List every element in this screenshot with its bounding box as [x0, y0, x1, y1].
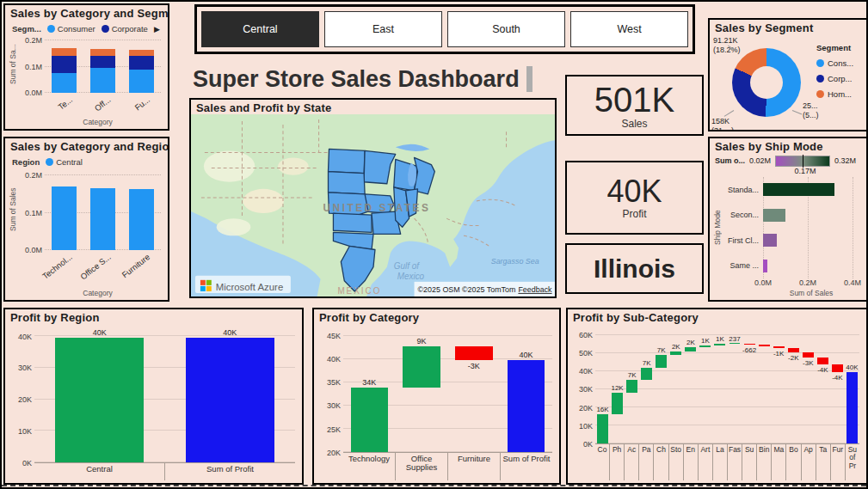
waterfall-bar[interactable] — [846, 372, 858, 443]
x-tick-label: 0.2M — [799, 278, 816, 287]
legend-item[interactable]: Cons... — [816, 58, 866, 68]
x-category-label: Fur — [830, 444, 845, 480]
us-map[interactable]: UNITED STATES Gulf of Mexico MEXICO Sarg… — [191, 114, 555, 296]
bar-slot: 1K — [698, 326, 712, 443]
bar-segment[interactable] — [52, 56, 77, 73]
waterfall-bar[interactable] — [788, 348, 799, 351]
bar-segment[interactable] — [52, 48, 77, 56]
panel-profit-by-category[interactable]: Profit by Category 20K25K30K35K40K45K34K… — [312, 308, 561, 485]
chart-main: Sum of Sales0.0M0.1M0.2M — [9, 169, 161, 250]
bar[interactable] — [90, 188, 115, 250]
dashboard-page: Sales by Category and Segment Segm...Con… — [0, 0, 868, 489]
waterfall-bar[interactable] — [759, 345, 770, 346]
y-tick-label: 0.2M — [25, 36, 42, 45]
legend-scroll-icon[interactable]: ▶ — [154, 25, 160, 34]
bar[interactable] — [763, 260, 767, 272]
y-tick-label: 0.2M — [25, 171, 42, 180]
legend-item[interactable]: Consumer — [47, 24, 95, 34]
x-category-label: Ap — [801, 444, 816, 480]
y-tick-label: 0.0M — [25, 89, 42, 97]
bar[interactable] — [52, 186, 77, 250]
chart-legend: Segm...ConsumerCorporate▶ — [9, 21, 161, 36]
y-axis-spacer — [571, 444, 595, 480]
bar-segment[interactable] — [90, 68, 115, 93]
x-category-label: Office Supplies — [395, 453, 447, 480]
legend-item[interactable]: Corporate — [102, 24, 148, 34]
bar[interactable] — [129, 189, 154, 250]
y-tick-label: 25K — [327, 425, 341, 434]
slicer-button-east[interactable]: East — [324, 11, 442, 47]
map-mexico-label: MEXICO — [337, 286, 381, 296]
plot-area[interactable]: 34K9K-3K40K — [343, 326, 552, 453]
plot-area[interactable] — [763, 177, 853, 278]
x-category-label: Central — [34, 463, 164, 480]
waterfall-bar[interactable] — [744, 344, 755, 345]
panel-sales-by-segment[interactable]: Sales by Segment 25...(5...)158K(31....)… — [708, 18, 868, 131]
plot-area[interactable] — [45, 169, 161, 250]
legend-dot-icon — [47, 25, 55, 33]
waterfall-bar[interactable] — [55, 338, 144, 462]
waterfall-bar[interactable] — [186, 338, 274, 462]
kpi-state-value: Illinois — [594, 255, 675, 283]
waterfall-bar[interactable] — [773, 346, 785, 348]
slicer-button-west[interactable]: West — [570, 11, 688, 47]
waterfall-bar[interactable] — [817, 358, 828, 364]
plot-area[interactable]: 16K12K7K7K7K2K2K1K1K237-662-1K-2K-3K-4K-… — [595, 326, 859, 444]
panel-sales-by-category-and-segment[interactable]: Sales by Category and Segment Segm...Con… — [3, 3, 169, 131]
y-tick-label: 0.1M — [25, 63, 42, 71]
waterfall-bar[interactable] — [714, 344, 725, 345]
chart-body: 0K10K20K30K40K50K60K16K12K7K7K7K2K2K1K1K… — [568, 324, 866, 483]
legend-item[interactable]: Hom... — [816, 89, 866, 99]
waterfall-bar[interactable] — [670, 351, 681, 355]
map-gulf-label-line1: Gulf of — [394, 261, 420, 271]
y-tick-label: 30K — [579, 385, 593, 394]
waterfall-bar[interactable] — [699, 345, 711, 347]
kpi-card-profit[interactable]: 40K Profit — [565, 161, 704, 235]
bar-segment[interactable] — [52, 73, 77, 93]
legend-item[interactable]: Central — [46, 157, 83, 167]
kpi-card-state[interactable]: Illinois — [565, 243, 704, 294]
waterfall-bar[interactable] — [685, 347, 696, 351]
waterfall-bar[interactable] — [626, 380, 637, 393]
waterfall-bar[interactable] — [597, 414, 608, 443]
waterfall-bar[interactable] — [803, 352, 814, 358]
panel-profit-by-sub-category[interactable]: Profit by Sub-Category 0K10K20K30K40K50K… — [566, 308, 868, 485]
bar-slot — [122, 169, 161, 250]
legend-title: Segm... — [12, 24, 41, 34]
bar[interactable] — [763, 209, 785, 222]
bar-segment[interactable] — [90, 49, 115, 56]
bar-segment[interactable] — [129, 50, 154, 56]
waterfall-bar[interactable] — [351, 388, 389, 452]
chart-title: Profit by Category — [314, 309, 559, 324]
legend-item[interactable]: Corp... — [816, 74, 866, 83]
kpi-sales-value: 501K — [594, 82, 674, 118]
donut-chart[interactable] — [732, 48, 801, 117]
waterfall-bar[interactable] — [656, 355, 667, 368]
chart-main: Sum of Sa...0.0M0.1M0.2M — [9, 36, 161, 93]
panel-sales-by-category-and-region[interactable]: Sales by Category and Region RegionCentr… — [3, 137, 169, 302]
legend-label: Corporate — [112, 24, 148, 34]
waterfall-bar[interactable] — [508, 360, 545, 452]
plot-area[interactable]: 40K40K — [34, 326, 295, 463]
panel-profit-by-region[interactable]: Profit by Region 0K10K20K30K40K40K40KCen… — [3, 308, 304, 485]
kpi-card-sales[interactable]: 501K Sales — [565, 75, 704, 136]
panel-sales-and-profit-by-state[interactable]: Sales and Profit by State — [189, 98, 557, 298]
bar-slot: 237 — [728, 326, 742, 443]
waterfall-bar[interactable] — [729, 343, 741, 344]
bar-segment[interactable] — [90, 56, 115, 69]
bar[interactable] — [763, 183, 834, 196]
bar[interactable] — [763, 234, 777, 247]
map-feedback-link[interactable]: Feedback — [518, 285, 552, 294]
waterfall-bar[interactable] — [641, 368, 652, 381]
x-category-label: Fas — [727, 444, 742, 480]
plot-area[interactable] — [45, 36, 161, 93]
slicer-button-south[interactable]: South — [447, 11, 565, 47]
x-axis: 0.0M0.2M0.4M — [763, 278, 853, 288]
bar-segment[interactable] — [129, 70, 154, 93]
map-attribution-tomtom: ©2025 TomTom — [462, 285, 515, 294]
bar-slot: 1K — [712, 326, 727, 443]
bar-segment[interactable] — [129, 56, 154, 69]
slicer-button-central[interactable]: Central — [201, 11, 319, 47]
panel-sales-by-ship-mode[interactable]: Sales by Ship Mode Sum o...0.02M0.32M0.1… — [708, 137, 868, 302]
waterfall-bar[interactable] — [612, 393, 623, 414]
